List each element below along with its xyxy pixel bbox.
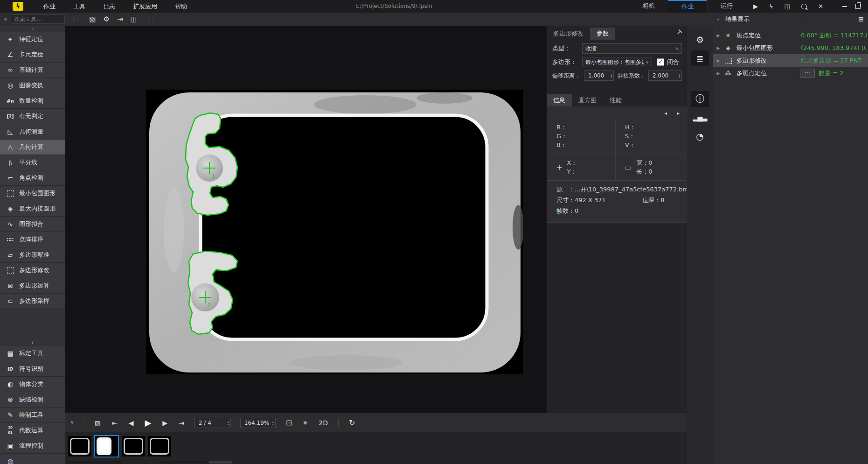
menu-log[interactable]: 日志: [94, 0, 124, 13]
sidebar-scroll-down-icon[interactable]: «: [0, 340, 65, 346]
gauge-icon[interactable]: ◔: [691, 128, 709, 144]
prev-frame-icon[interactable]: ◀: [129, 419, 134, 427]
collapse-results-icon[interactable]: «: [717, 17, 720, 22]
sidebar-item-polygon-sample[interactable]: ⊂多边形采样: [0, 294, 65, 309]
thumbnail-4[interactable]: [148, 436, 171, 457]
sidebar-item-geometry-calc[interactable]: △几何计算: [0, 140, 65, 155]
sidebar-item-dot-sort[interactable]: ∷∷点阵排序: [0, 232, 65, 247]
sidebar-item-algebra[interactable]: 10 01代数运算: [0, 423, 65, 438]
collapse-filmstrip-icon[interactable]: «: [71, 420, 74, 426]
histogram-icon[interactable]: ▂▅▃: [691, 110, 709, 126]
sidebar-item-max-inscribed[interactable]: ◈最大内接圆形: [0, 201, 65, 217]
sidebar-item-polygon-modify[interactable]: 多边形修改: [0, 263, 65, 278]
pin-panel-icon[interactable]: ⊤: [675, 28, 684, 37]
sliders-icon[interactable]: ≣: [691, 50, 709, 66]
image-source-icon[interactable]: ▧: [89, 15, 96, 23]
sidebar-item-corner-detect[interactable]: ⌐角点检测: [0, 170, 65, 186]
inspection-image[interactable]: 1 2: [146, 90, 523, 374]
sidebar-item-basic-calc[interactable]: ∞基础计算: [0, 63, 65, 78]
save-lock-icon[interactable]: ◫: [785, 3, 790, 10]
sidebar-scroll-up-icon[interactable]: ‹: [0, 26, 65, 32]
sidebar-mid-scroll-icon[interactable]: «: [0, 161, 65, 166]
spinner-icons[interactable]: ▴▾: [228, 421, 229, 425]
sidebar-item-caliper-locate[interactable]: ∠卡尺定位: [0, 47, 65, 63]
design-tool-icon[interactable]: ✕: [818, 3, 823, 10]
tab-camera[interactable]: 相机: [629, 0, 668, 13]
2d-mode-button[interactable]: 2D: [319, 419, 328, 427]
thumbnail-3[interactable]: [122, 436, 145, 457]
offset-input[interactable]: 1.000 ▴▾: [584, 70, 614, 81]
sidebar-item-draw-tools[interactable]: ✎绘制工具: [0, 408, 65, 423]
sidebar-item-defect-detect[interactable]: ⊛缺陷检测: [0, 392, 65, 408]
expander-icon[interactable]: ▶: [713, 33, 723, 38]
next-arrow-icon[interactable]: ▸: [677, 110, 680, 116]
tab-parameters[interactable]: 参数: [590, 28, 615, 40]
export-icon[interactable]: ⇥: [117, 15, 123, 23]
run-icon[interactable]: ▶: [753, 3, 758, 10]
sidebar-item-flow-control[interactable]: ▣流程控制: [0, 438, 65, 454]
run-once-icon[interactable]: ϟ: [769, 3, 773, 10]
expander-icon[interactable]: ▶: [713, 71, 723, 76]
search-icon[interactable]: [801, 4, 807, 9]
scrollbar-thumb[interactable]: [209, 461, 232, 464]
expander-icon[interactable]: ▶: [713, 58, 723, 63]
tab-histogram[interactable]: 直方图: [572, 94, 603, 106]
sidebar-item-feature-locate[interactable]: ⌖特征定位: [0, 32, 65, 47]
type-dropdown[interactable]: 收缩 ∨: [582, 43, 682, 54]
tab-run[interactable]: 运行: [707, 0, 746, 13]
sidebar-item-partial[interactable]: ◍: [0, 454, 65, 464]
spinner-icons[interactable]: ▴▾: [272, 421, 274, 425]
sidebar-item-polygon-register[interactable]: ▱多边形配准: [0, 247, 65, 263]
sidebar-item-min-bounding[interactable]: 最小包围图形: [0, 186, 65, 201]
image-list-icon[interactable]: ▧: [95, 419, 101, 427]
closed-checkbox[interactable]: ✓: [657, 58, 664, 66]
menu-help[interactable]: 帮助: [166, 0, 196, 13]
expander-icon[interactable]: ▶: [713, 46, 723, 50]
filmstrip-scrollbar[interactable]: [65, 460, 687, 464]
wrench-icon[interactable]: ⚙: [691, 32, 709, 48]
folder-add-icon[interactable]: ⊞: [858, 15, 864, 23]
sidebar-item-symbol-recognition[interactable]: ID符号识别: [0, 361, 65, 377]
tool-search-input[interactable]: [11, 14, 65, 24]
polygon-dropdown[interactable]: 最小包围图形：包围多边形 ∨: [582, 57, 652, 67]
result-row-polygon-modify[interactable]: ▶ 多边形修改 结果多边形 = 57 PNT: [713, 54, 868, 67]
center-view-icon[interactable]: ⌖: [303, 418, 307, 427]
thumbnail-2-selected[interactable]: [94, 435, 119, 457]
result-row-multi-blob-locate[interactable]: ▶ ⁂ 多斑点定位 ⋯ 数量 = 2: [713, 67, 868, 79]
result-row-blob-locate[interactable]: ▶ ∗ 斑点定位 0.00° 面积 = 114717.00...: [713, 29, 868, 42]
thumbnail-1[interactable]: [68, 436, 91, 457]
spinner-icons[interactable]: ▴▾: [611, 73, 612, 78]
restore-icon[interactable]: [855, 4, 861, 9]
play-icon[interactable]: ▶: [145, 418, 151, 428]
spinner-icons[interactable]: ▴▾: [679, 73, 680, 78]
frame-counter[interactable]: 2 / 4 ▴▾: [194, 418, 231, 428]
sidebar-item-count-detect[interactable]: #n数量检测: [0, 93, 65, 109]
miter-input[interactable]: 2.000 ▴▾: [648, 70, 682, 81]
first-frame-icon[interactable]: ⇤: [112, 419, 118, 427]
zoom-level[interactable]: 164.19% ▴▾: [240, 418, 276, 428]
sidebar-item-calibration[interactable]: ▤标定工具: [0, 346, 65, 361]
sidebar-item-presence-check[interactable]: [?]有无判定: [0, 109, 65, 124]
menu-tools[interactable]: 工具: [64, 0, 94, 13]
collapse-sidebar-icon[interactable]: «: [4, 16, 7, 22]
menu-job[interactable]: 作业: [35, 0, 64, 13]
sidebar-item-object-classify[interactable]: ◐物体分类: [0, 377, 65, 392]
next-frame-icon[interactable]: ▶: [162, 419, 167, 427]
ellipsis-button[interactable]: ⋯: [800, 69, 815, 78]
loop-icon[interactable]: ↻: [349, 418, 355, 427]
tab-polygon-modify[interactable]: 多边形修改: [547, 28, 590, 40]
settings-gear-icon[interactable]: ⚙: [104, 15, 110, 23]
menu-extensions[interactable]: 扩展应用: [124, 0, 166, 13]
result-row-min-bounding[interactable]: ▶ ◈ 最小包围图形 (245.990, 183.974) 0.49°: [713, 42, 868, 54]
info-circle-icon[interactable]: ⓘ: [691, 91, 709, 107]
save-icon[interactable]: ◫: [131, 15, 137, 23]
last-frame-icon[interactable]: ⇥: [179, 419, 184, 427]
fit-screen-icon[interactable]: ⊡: [286, 418, 292, 427]
sidebar-item-shape-fit[interactable]: ∿图形拟合: [0, 217, 65, 232]
tab-performance[interactable]: 性能: [603, 94, 628, 106]
prev-arrow-icon[interactable]: ◂: [664, 110, 667, 116]
tab-info[interactable]: 信息: [547, 94, 572, 106]
minimize-icon[interactable]: [842, 6, 847, 7]
sidebar-item-polygon-operate[interactable]: ⊠多边形运算: [0, 278, 65, 294]
sidebar-item-geometry-measure[interactable]: ◺几何测量: [0, 124, 65, 140]
